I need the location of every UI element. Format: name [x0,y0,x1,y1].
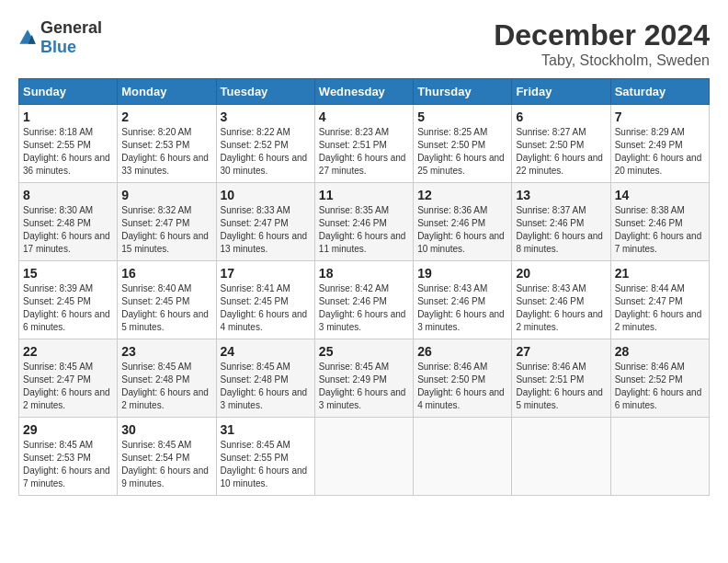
day-info: Sunrise: 8:44 AMSunset: 2:47 PMDaylight:… [615,283,702,332]
logo: General Blue [18,18,102,57]
header-cell-sunday: Sunday [19,79,118,105]
day-info: Sunrise: 8:41 AMSunset: 2:45 PMDaylight:… [221,283,308,332]
week-row-2: 8 Sunrise: 8:30 AMSunset: 2:48 PMDayligh… [19,183,710,261]
calendar-table: SundayMondayTuesdayWednesdayThursdayFrid… [18,78,710,496]
week-row-3: 15 Sunrise: 8:39 AMSunset: 2:45 PMDaylig… [19,261,710,339]
day-cell: 29 Sunrise: 8:45 AMSunset: 2:53 PMDaylig… [19,418,118,496]
day-cell: 7 Sunrise: 8:29 AMSunset: 2:49 PMDayligh… [610,105,709,183]
subtitle: Taby, Stockholm, Sweden [494,52,710,69]
day-cell: 26 Sunrise: 8:46 AMSunset: 2:50 PMDaylig… [414,339,512,418]
day-cell: 24 Sunrise: 8:45 AMSunset: 2:48 PMDaylig… [216,339,314,418]
day-number: 7 [615,109,705,124]
header-cell-friday: Friday [512,79,610,105]
day-info: Sunrise: 8:43 AMSunset: 2:46 PMDaylight:… [516,283,603,332]
day-info: Sunrise: 8:45 AMSunset: 2:48 PMDaylight:… [221,362,308,410]
day-info: Sunrise: 8:45 AMSunset: 2:54 PMDaylight:… [121,440,209,488]
day-number: 9 [121,188,211,202]
day-info: Sunrise: 8:33 AMSunset: 2:47 PMDaylight:… [221,205,308,254]
day-number: 5 [417,109,507,124]
day-number: 21 [615,266,705,281]
day-cell [314,418,413,496]
day-info: Sunrise: 8:45 AMSunset: 2:49 PMDaylight:… [319,362,406,410]
day-number: 30 [121,422,211,437]
header-cell-thursday: Thursday [414,79,512,105]
day-cell: 13 Sunrise: 8:37 AMSunset: 2:46 PMDaylig… [512,183,610,261]
day-cell: 18 Sunrise: 8:42 AMSunset: 2:46 PMDaylig… [314,261,413,339]
day-cell: 28 Sunrise: 8:46 AMSunset: 2:52 PMDaylig… [610,339,709,418]
day-cell [414,418,512,496]
day-cell: 16 Sunrise: 8:40 AMSunset: 2:45 PMDaylig… [118,261,216,339]
day-number: 8 [23,188,113,202]
day-number: 10 [221,188,311,202]
day-info: Sunrise: 8:40 AMSunset: 2:45 PMDaylight:… [121,283,209,332]
day-number: 25 [319,344,409,359]
day-cell: 21 Sunrise: 8:44 AMSunset: 2:47 PMDaylig… [610,261,709,339]
day-cell [610,418,709,496]
day-info: Sunrise: 8:22 AMSunset: 2:52 PMDaylight:… [221,127,308,176]
day-cell: 25 Sunrise: 8:45 AMSunset: 2:49 PMDaylig… [314,339,413,418]
header-cell-saturday: Saturday [610,79,709,105]
day-info: Sunrise: 8:38 AMSunset: 2:46 PMDaylight:… [615,205,702,254]
main-title: December 2024 [494,18,710,52]
day-cell: 30 Sunrise: 8:45 AMSunset: 2:54 PMDaylig… [118,418,216,496]
day-info: Sunrise: 8:35 AMSunset: 2:46 PMDaylight:… [319,205,406,254]
day-info: Sunrise: 8:37 AMSunset: 2:46 PMDaylight:… [516,205,603,254]
day-info: Sunrise: 8:25 AMSunset: 2:50 PMDaylight:… [417,127,505,176]
logo-blue: Blue [40,38,76,56]
day-cell: 1 Sunrise: 8:18 AMSunset: 2:55 PMDayligh… [19,105,118,183]
day-cell: 12 Sunrise: 8:36 AMSunset: 2:46 PMDaylig… [414,183,512,261]
day-number: 14 [615,188,705,202]
day-info: Sunrise: 8:32 AMSunset: 2:47 PMDaylight:… [121,205,209,254]
day-cell: 17 Sunrise: 8:41 AMSunset: 2:45 PMDaylig… [216,261,314,339]
day-number: 19 [417,266,507,281]
day-number: 20 [516,266,606,281]
day-cell: 23 Sunrise: 8:45 AMSunset: 2:48 PMDaylig… [118,339,216,418]
day-cell: 4 Sunrise: 8:23 AMSunset: 2:51 PMDayligh… [314,105,413,183]
day-info: Sunrise: 8:23 AMSunset: 2:51 PMDaylight:… [319,127,406,176]
week-row-1: 1 Sunrise: 8:18 AMSunset: 2:55 PMDayligh… [19,105,710,183]
day-cell: 9 Sunrise: 8:32 AMSunset: 2:47 PMDayligh… [118,183,216,261]
day-cell: 5 Sunrise: 8:25 AMSunset: 2:50 PMDayligh… [414,105,512,183]
day-info: Sunrise: 8:36 AMSunset: 2:46 PMDaylight:… [417,205,505,254]
day-info: Sunrise: 8:46 AMSunset: 2:50 PMDaylight:… [417,362,505,410]
day-cell: 8 Sunrise: 8:30 AMSunset: 2:48 PMDayligh… [19,183,118,261]
day-number: 29 [23,422,113,437]
day-number: 28 [615,344,705,359]
header-row: SundayMondayTuesdayWednesdayThursdayFrid… [19,79,710,105]
week-row-5: 29 Sunrise: 8:45 AMSunset: 2:53 PMDaylig… [19,418,710,496]
day-info: Sunrise: 8:45 AMSunset: 2:48 PMDaylight:… [121,362,209,410]
day-number: 16 [121,266,211,281]
day-cell: 6 Sunrise: 8:27 AMSunset: 2:50 PMDayligh… [512,105,610,183]
logo-text: General Blue [40,18,102,57]
header-cell-tuesday: Tuesday [216,79,314,105]
title-block: December 2024 Taby, Stockholm, Sweden [494,18,710,69]
day-number: 12 [417,188,507,202]
day-info: Sunrise: 8:45 AMSunset: 2:47 PMDaylight:… [23,362,110,410]
day-number: 17 [221,266,311,281]
header-cell-monday: Monday [118,79,216,105]
day-cell: 11 Sunrise: 8:35 AMSunset: 2:46 PMDaylig… [314,183,413,261]
day-number: 13 [516,188,606,202]
page-header: General Blue December 2024 Taby, Stockho… [18,18,710,69]
logo-general: General [40,18,102,37]
day-number: 11 [319,188,409,202]
header-cell-wednesday: Wednesday [314,79,413,105]
day-info: Sunrise: 8:29 AMSunset: 2:49 PMDaylight:… [615,127,702,176]
day-cell: 27 Sunrise: 8:46 AMSunset: 2:51 PMDaylig… [512,339,610,418]
day-cell: 19 Sunrise: 8:43 AMSunset: 2:46 PMDaylig… [414,261,512,339]
day-info: Sunrise: 8:46 AMSunset: 2:52 PMDaylight:… [615,362,702,410]
day-info: Sunrise: 8:30 AMSunset: 2:48 PMDaylight:… [23,205,110,254]
week-row-4: 22 Sunrise: 8:45 AMSunset: 2:47 PMDaylig… [19,339,710,418]
day-number: 26 [417,344,507,359]
day-info: Sunrise: 8:42 AMSunset: 2:46 PMDaylight:… [319,283,406,332]
day-cell: 10 Sunrise: 8:33 AMSunset: 2:47 PMDaylig… [216,183,314,261]
day-info: Sunrise: 8:45 AMSunset: 2:55 PMDaylight:… [221,440,308,488]
day-info: Sunrise: 8:43 AMSunset: 2:46 PMDaylight:… [417,283,505,332]
day-number: 3 [221,109,311,124]
day-number: 23 [121,344,211,359]
day-number: 27 [516,344,606,359]
day-info: Sunrise: 8:27 AMSunset: 2:50 PMDaylight:… [516,127,603,176]
day-number: 4 [319,109,409,124]
day-number: 6 [516,109,606,124]
day-number: 18 [319,266,409,281]
